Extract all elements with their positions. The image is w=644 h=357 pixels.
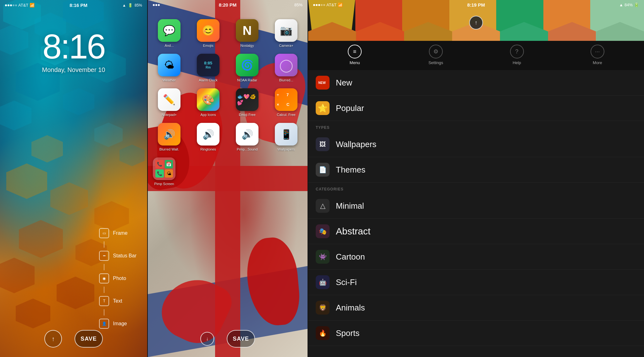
- settings-nav-label: Settings: [428, 60, 443, 65]
- toolbar-divider4: [104, 309, 104, 316]
- nav-more[interactable]: ··· More: [591, 45, 604, 65]
- emojifree-icon: 🐟💖🐠💕: [236, 88, 258, 111]
- menu-abstract[interactable]: 🎭 Abstract: [308, 219, 644, 244]
- blurred-icon: ◯: [275, 54, 297, 76]
- signal-dots: [5, 4, 17, 6]
- frame-label: Frame: [113, 230, 127, 236]
- location-icon: ▲: [122, 3, 126, 8]
- ringtones-label: Ringtones: [200, 147, 216, 151]
- toolbar-image[interactable]: 👤 Image: [95, 316, 131, 332]
- menu-wifi: 📶: [338, 3, 343, 7]
- menu-popular[interactable]: ⭐ Popular: [308, 96, 644, 121]
- toolbar-photo[interactable]: ◉ Photo: [95, 270, 130, 287]
- up-arrow-button[interactable]: ↑: [44, 330, 62, 348]
- home-down-button[interactable]: ↓: [200, 332, 214, 346]
- dot1: [5, 4, 7, 6]
- lock-carrier: AT&T: [18, 3, 28, 8]
- abstract-label: Abstract: [336, 226, 370, 237]
- app-blurwall[interactable]: 🔊 Blurred Wall.: [153, 123, 186, 151]
- appicons-label: App Icons: [201, 113, 216, 117]
- menu-wallpapers[interactable]: 🖼 Wallpapers: [308, 132, 644, 157]
- nav-help[interactable]: ? Help: [510, 45, 524, 65]
- folder-row: 📞 📅 📞 🌤 Pimp Screen: [148, 157, 308, 186]
- toolbar-frame[interactable]: ▭ Frame: [95, 225, 132, 241]
- lock-time: 8:16: [42, 29, 105, 64]
- notepad-icon: ✏️: [158, 88, 180, 111]
- menu-themes[interactable]: 📄 Themes: [308, 157, 644, 183]
- cartoon-icon: 👾: [316, 250, 330, 264]
- help-nav-label: Help: [513, 60, 521, 65]
- menu-battery-icon: 🔋: [634, 3, 639, 7]
- menu-panel: AT&T 📶 8:19 PM ▲ 84% 🔋 ↑ ≡ Menu ⚙ Settin…: [308, 0, 644, 357]
- app-blurred[interactable]: ◯ Blurred...: [270, 54, 303, 82]
- app-camera[interactable]: 📷 Camera+: [270, 19, 303, 47]
- nav-settings[interactable]: ⚙ Settings: [428, 45, 443, 65]
- app-emojifree[interactable]: 🐟💖🐠💕 Emoji Free: [231, 88, 264, 117]
- weather-label: Weather: [163, 78, 175, 82]
- app-ringtones[interactable]: 🔊 Ringtones: [192, 123, 225, 151]
- app-pimpsound[interactable]: 🔊 Pimp...Sound: [231, 123, 264, 151]
- toolbar-divider2: [104, 264, 104, 270]
- m-dot4: [321, 4, 323, 6]
- app-wallpapers[interactable]: 📱 Wallpapers: [270, 123, 303, 151]
- camera-icon: 📷: [275, 19, 297, 42]
- up-arrow-icon: ↑: [52, 335, 55, 343]
- messages-label: And...: [165, 44, 174, 47]
- m-dot3: [318, 4, 320, 6]
- minimal-label: Minimal: [336, 201, 364, 211]
- more-nav-icon: ···: [591, 45, 604, 58]
- home-time: 8:20 PM: [219, 2, 237, 8]
- app-alarm[interactable]: 8:85Rm Alarm Clock: [192, 54, 225, 82]
- menu-new[interactable]: NEW New: [308, 70, 644, 96]
- app-noaa[interactable]: 🌀 NOAA Radar: [231, 54, 264, 82]
- menu-animals[interactable]: 🦁 Animals: [308, 295, 644, 321]
- alarm-icon: 8:85Rm: [197, 54, 219, 76]
- themes-icon: 📄: [316, 163, 330, 177]
- app-appicons[interactable]: 🎨 App Icons: [192, 88, 225, 117]
- home-bottom: ↓ SAVE: [148, 330, 308, 348]
- popular-icon-wrap: ⭐: [316, 101, 330, 115]
- emojifree-label: Emoji Free: [239, 113, 255, 117]
- sports-icon: 🔥: [316, 326, 330, 340]
- statusbar-label: Status Bar: [113, 253, 136, 259]
- lock-status-bar: AT&T 📶 8:16 PM ▲ 🔋 85%: [0, 0, 147, 10]
- help-nav-icon: ?: [510, 45, 524, 58]
- hex-r2-2: [356, 22, 404, 41]
- app-folder[interactable]: 📞 📅 📞 🌤 Pimp Screen: [153, 157, 175, 186]
- menu-carrier: AT&T: [326, 3, 336, 7]
- noaa-label: NOAA Radar: [237, 78, 257, 82]
- lock-date: Monday, November 10: [42, 66, 105, 74]
- menu-up-icon: ↑: [475, 19, 478, 26]
- home-screen-panel: 8:20 PM 85% 💬 And... 😊 Emojis N Nostalgy…: [147, 0, 308, 357]
- app-nostalgy[interactable]: N Nostalgy: [231, 19, 264, 47]
- app-notepad[interactable]: ✏️ Notepad+: [153, 88, 186, 117]
- h-dot1: [153, 4, 155, 6]
- save-button[interactable]: SAVE: [75, 330, 103, 348]
- menu-scifi[interactable]: 🤖 Sci-Fi: [308, 270, 644, 295]
- app-emojis[interactable]: 😊 Emojis: [192, 19, 225, 47]
- ringtones-icon: 🔊: [197, 123, 219, 146]
- nav-menu[interactable]: ≡ Menu: [348, 45, 362, 65]
- toolbar-statusbar[interactable]: ━ Status Bar: [95, 248, 141, 264]
- app-weather[interactable]: 🌤 Weather: [153, 54, 186, 82]
- battery-pct: 85%: [135, 3, 142, 8]
- menu-nav-label: Menu: [350, 60, 360, 65]
- home-save-button[interactable]: SAVE: [227, 330, 255, 348]
- toolbar-text[interactable]: T Text: [95, 293, 126, 309]
- app-messages[interactable]: 💬 And...: [153, 19, 186, 47]
- weather-icon: 🌤: [158, 54, 180, 76]
- folder-mini4: 🌤: [165, 169, 173, 178]
- blurwall-label: Blurred Wall.: [159, 147, 179, 151]
- app-calcfree[interactable]: ÷7×C Calcul. Free: [270, 88, 303, 117]
- lock-content: 8:16 Monday, November 10: [0, 10, 147, 74]
- dot5: [15, 4, 17, 6]
- menu-up-button[interactable]: ↑: [469, 16, 483, 30]
- menu-cartoon[interactable]: 👾 Cartoon: [308, 244, 644, 270]
- popular-label: Popular: [336, 103, 364, 113]
- menu-minimal[interactable]: △ Minimal: [308, 193, 644, 219]
- menu-list: NEW New ⭐ Popular TYPES 🖼 Wallpapers 📄 T…: [308, 70, 644, 357]
- menu-sports[interactable]: 🔥 Sports: [308, 321, 644, 346]
- menu-battery: 84%: [625, 3, 633, 7]
- noaa-icon: 🌀: [236, 54, 258, 76]
- camera-label: Camera+: [279, 44, 293, 47]
